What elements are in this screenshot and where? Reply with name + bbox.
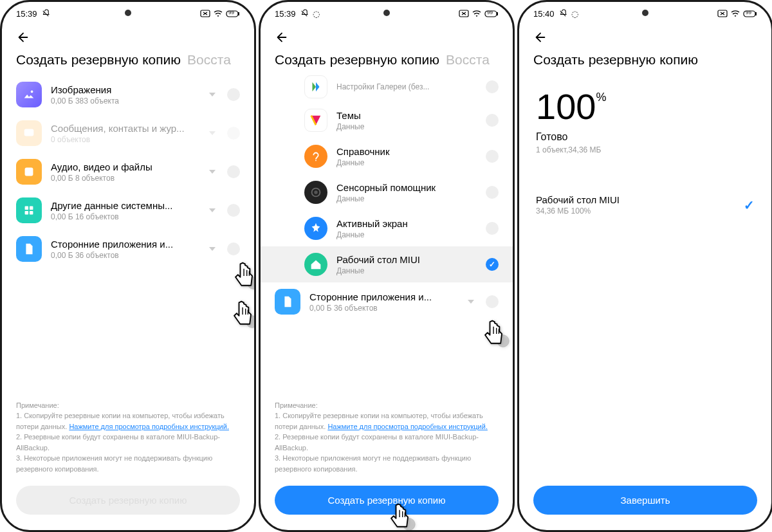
tab-restore[interactable]: Восста <box>446 52 490 68</box>
svg-rect-12 <box>25 211 29 215</box>
tabs: Создать резервную копию Восста <box>261 52 513 73</box>
radio-checked[interactable] <box>486 258 499 271</box>
svg-point-7 <box>31 91 33 93</box>
check-icon: ✓ <box>744 197 755 213</box>
messages-icon <box>16 120 42 146</box>
list-item[interactable]: Изображения0,00 Б 383 объекта <box>2 75 254 114</box>
clock: 15:40 <box>533 9 555 19</box>
bell-off-icon <box>300 9 309 18</box>
phone-1: 15:39 99 Создать резервную копию Восста … <box>0 0 256 532</box>
aod-icon <box>304 217 327 240</box>
instructions-link[interactable]: Нажмите для просмотра подробных инструкц… <box>69 423 229 430</box>
chevron-down-icon <box>468 300 474 304</box>
chevron-down-icon <box>209 170 216 174</box>
tab-backup[interactable]: Создать резервную копию <box>275 52 439 68</box>
svg-rect-8 <box>24 129 34 136</box>
notes: Примечание: 1. Скопируйте резервные копи… <box>261 398 513 480</box>
touch-assist-icon <box>304 181 327 204</box>
tabs: Создать резервную копию Восста <box>2 52 254 73</box>
list-item: Сообщения, контакты и жур...0 объектов <box>2 114 254 152</box>
back-button[interactable] <box>261 21 513 52</box>
app-list: Настройки Галереи (без... ТемыДанные Спр… <box>261 73 513 324</box>
radio[interactable] <box>227 243 240 255</box>
radio[interactable] <box>486 222 499 235</box>
sync-icon: ◌ <box>571 9 578 19</box>
sync-icon: ◌ <box>313 9 320 19</box>
notes: Примечание: 1. Скопируйте резервные копи… <box>2 398 254 480</box>
battery-icon: 99 <box>484 9 499 18</box>
radio[interactable] <box>486 295 499 308</box>
svg-rect-11 <box>30 206 33 210</box>
page-title: Создать резервную копию <box>519 52 771 73</box>
back-button[interactable] <box>519 21 771 52</box>
chevron-down-icon <box>209 208 216 212</box>
directory-icon <box>304 145 327 168</box>
phone-2: 15:39 ◌ 99 Создать резервную копию Восст… <box>259 0 515 532</box>
radio[interactable] <box>227 165 240 178</box>
back-button[interactable] <box>2 21 254 52</box>
sim-off-icon <box>717 8 728 19</box>
statusbar: 15:39 ◌ 99 <box>261 2 513 21</box>
tab-backup[interactable]: Создать резервную копию <box>16 52 181 68</box>
list-item[interactable]: Другие данные системны...0,00 Б 16 объек… <box>2 191 254 230</box>
list-item[interactable]: СправочникДанные <box>261 138 513 174</box>
list-item[interactable]: Настройки Галереи (без... <box>261 75 513 102</box>
list-item[interactable]: Сторонние приложения и...0,00 Б 36 объек… <box>2 230 254 268</box>
finish-button[interactable]: Завершить <box>533 486 757 515</box>
clock: 15:39 <box>16 9 37 19</box>
create-backup-button: Создать резервную копию <box>16 486 240 515</box>
tab-restore[interactable]: Восста <box>187 52 231 68</box>
clock: 15:39 <box>275 9 296 19</box>
images-icon <box>16 82 42 107</box>
radio[interactable] <box>486 114 499 127</box>
list-item[interactable]: Сторонние приложения и...0,00 Б 36 объек… <box>261 282 513 321</box>
battery-icon: 99 <box>226 9 240 18</box>
wifi-icon <box>472 8 482 19</box>
pointer-cursor <box>227 298 256 330</box>
list-item[interactable]: Сенсорный помощникДанные <box>261 174 513 210</box>
list-item-miui-launcher[interactable]: Рабочий стол MIUIДанные <box>261 246 513 282</box>
apps-icon <box>275 289 300 315</box>
svg-rect-10 <box>25 206 29 210</box>
gallery-icon <box>304 75 327 98</box>
category-list: Изображения0,00 Б 383 объекта Сообщения,… <box>2 73 254 271</box>
statusbar: 15:39 99 <box>2 2 254 21</box>
bell-off-icon <box>558 9 567 18</box>
media-icon <box>16 159 42 185</box>
sim-off-icon <box>200 8 210 19</box>
result-row: Рабочий стол MIUI 34,36 МБ 100% ✓ <box>519 187 771 223</box>
bell-off-icon <box>41 9 50 18</box>
statusbar: 15:40 ◌ 99 <box>519 2 771 21</box>
themes-icon <box>304 109 327 132</box>
list-item[interactable]: Активный экранДанные <box>261 210 513 246</box>
apps-icon <box>16 236 42 262</box>
svg-point-14 <box>315 160 317 161</box>
list-item[interactable]: ТемыДанные <box>261 102 513 138</box>
progress: 100% Готово 1 объект,34,36 МБ <box>519 73 771 161</box>
svg-rect-9 <box>25 168 33 176</box>
radio <box>227 127 240 140</box>
radio[interactable] <box>227 88 240 101</box>
wifi-icon <box>730 8 740 19</box>
radio[interactable] <box>227 204 240 217</box>
sim-off-icon <box>459 8 469 19</box>
chevron-down-icon <box>209 247 216 251</box>
radio[interactable] <box>486 186 499 199</box>
instructions-link[interactable]: Нажмите для просмотра подробных инструкц… <box>327 423 488 430</box>
svg-point-16 <box>314 190 318 194</box>
chevron-down-icon <box>209 93 216 96</box>
radio[interactable] <box>486 150 499 163</box>
system-data-icon <box>16 197 42 223</box>
phone-3: 15:40 ◌ 99 Создать резервную копию 100% … <box>517 0 772 532</box>
create-backup-button[interactable]: Создать резервную копию <box>275 486 499 515</box>
launcher-icon <box>304 253 327 276</box>
svg-rect-13 <box>30 211 33 215</box>
radio[interactable] <box>486 80 499 93</box>
list-item[interactable]: Аудио, видео и файлы0,00 Б 8 объектов <box>2 152 254 191</box>
chevron-down-icon <box>209 131 216 135</box>
wifi-icon <box>213 8 223 19</box>
battery-icon: 99 <box>743 9 757 18</box>
